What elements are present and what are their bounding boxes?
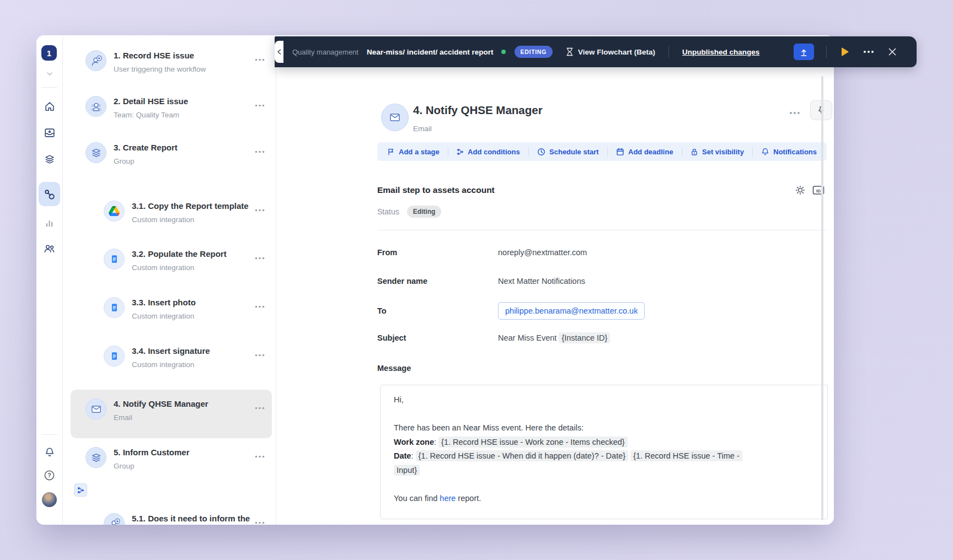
step-kebab-menu[interactable] [255, 450, 265, 460]
here-link[interactable]: here [440, 494, 456, 503]
hourglass-icon [566, 47, 574, 56]
toolbar-add-conditions[interactable]: Add conditions [457, 148, 520, 156]
step-title: 3.2. Populate the Report [132, 249, 227, 259]
chevron-down-icon[interactable] [43, 67, 56, 80]
time-token-part1: {1. Record HSE issue - Time - [630, 450, 742, 461]
toolbar-add-a-stage[interactable]: Add a stage [387, 148, 440, 156]
toolbar-add-deadline[interactable]: Add deadline [616, 148, 673, 156]
help-icon[interactable]: ? [43, 469, 56, 482]
breadcrumb[interactable]: Quality management [292, 48, 358, 56]
publish-button[interactable] [794, 44, 814, 60]
step-item-5[interactable]: 3.2. Populate the ReportCustom integrati… [71, 240, 272, 272]
step-title: 1. Record HSE issue [114, 50, 206, 61]
topbar-kebab[interactable] [863, 50, 874, 53]
status-label: Status [377, 207, 399, 216]
settings-gear-icon[interactable] [795, 185, 806, 198]
step-kebab-menu[interactable] [255, 252, 265, 262]
step-subtitle: Custom integration [132, 360, 210, 369]
step-item-2[interactable]: 2. Detail HSE issueTeam: Quality Team [71, 87, 272, 119]
from-value[interactable]: noreply@nextmatter.com [498, 248, 587, 257]
branch-conditions-badge[interactable] [74, 483, 87, 497]
message-closing-line: You can find here report. [394, 492, 814, 506]
main-scrollbar[interactable] [821, 76, 823, 520]
app-window: 1 [36, 35, 834, 525]
step-item-7[interactable]: 3.4. Insert signatureCustom integration [71, 337, 272, 369]
editor-topbar: Quality management Near-miss/ incident/ … [275, 36, 917, 67]
section-divider [377, 230, 827, 230]
step-subtitle: Email [114, 413, 208, 422]
workzone-token: {1. Record HSE issue - Work zone - Items… [438, 437, 628, 448]
rail-divider-bottom [41, 434, 57, 435]
layers-icon[interactable] [43, 153, 56, 165]
lock-icon [690, 148, 698, 156]
step-item-10[interactable]: 5.1. Does it need to inform the [71, 504, 272, 525]
home-icon[interactable] [43, 100, 56, 112]
step-detail-title: 4. Notify QHSE Manager [413, 104, 543, 117]
user-avatar[interactable] [42, 492, 57, 507]
recipient-chip[interactable]: philippe.benarama@nextmatter.co.uk [498, 302, 645, 320]
step-item-3[interactable]: 3. Create ReportGroup [71, 133, 272, 165]
svg-text:?: ? [47, 472, 51, 478]
workflow-title: Near-miss/ incident/ accident report [367, 48, 494, 56]
collapse-panel-button[interactable] [275, 41, 283, 63]
sender-name-value[interactable]: Next Matter Notifications [498, 277, 585, 286]
workspace-badge[interactable]: 1 [41, 45, 57, 61]
unpublished-changes-link[interactable]: Unpublished changes [682, 48, 759, 56]
step-item-6[interactable]: 3.3. Insert photoCustom integration [71, 288, 272, 320]
step-title: 5. Inform Customer [114, 447, 190, 457]
toolbar-separator [607, 147, 608, 156]
step-detail-type: Email [413, 125, 432, 133]
step-item-4[interactable]: 3.1. Copy the Report templateCustom inte… [71, 192, 272, 224]
editing-badge: EDITING [515, 46, 553, 58]
step-item-9[interactable]: 5. Inform CustomerGroup [71, 438, 272, 470]
toolbar-schedule-start[interactable]: Schedule start [537, 148, 599, 156]
step-title: 5.1. Does it need to inform the [132, 513, 250, 524]
layers-icon [85, 447, 106, 468]
step-subtitle: Group [114, 157, 178, 165]
workflows-icon[interactable] [43, 188, 56, 201]
from-field-row: From noreply@nextmatter.com [377, 248, 587, 257]
inbox-icon[interactable] [43, 126, 56, 139]
subject-field-row: Subject Near Miss Event {Instance ID} [377, 333, 610, 342]
topbar-divider [668, 46, 669, 58]
clock-icon [537, 148, 545, 156]
view-flowchart-button[interactable]: View Flowchart (Beta) [566, 47, 655, 56]
message-intro: There has been an Near Miss event. Here … [394, 421, 814, 435]
message-greeting: Hi, [394, 393, 814, 407]
step-options-kebab[interactable] [789, 107, 800, 117]
analytics-icon[interactable] [43, 217, 56, 229]
step-kebab-menu[interactable] [255, 402, 265, 412]
bell-icon [761, 148, 769, 156]
notifications-bell-icon[interactable] [43, 446, 56, 459]
section-heading: Email step to assets account [377, 185, 495, 195]
step-kebab-menu[interactable] [255, 204, 265, 214]
sender-field-row: Sender name Next Matter Notifications [377, 277, 585, 286]
step-item-1[interactable]: 1. Record HSE issueUser triggering the w… [71, 41, 272, 73]
step-item-8[interactable]: 4. Notify QHSE ManagerEmail [71, 390, 272, 438]
step-kebab-menu[interactable] [255, 300, 265, 310]
step-kebab-menu[interactable] [255, 516, 265, 525]
instance-id-token: {Instance ID} [559, 332, 610, 343]
gdrive-icon [104, 201, 125, 222]
message-editor[interactable]: Hi, There has been an Near Miss event. H… [380, 385, 828, 519]
toolbar-notifications[interactable]: Notifications [761, 148, 817, 156]
step-kebab-menu[interactable] [255, 146, 265, 155]
step-subtitle: Custom integration [132, 216, 249, 224]
subject-label: Subject [377, 333, 498, 342]
step-kebab-menu[interactable] [255, 53, 265, 63]
toolbar-set-visibility[interactable]: Set visibility [690, 148, 744, 156]
subject-value[interactable]: Near Miss Event {Instance ID} [498, 333, 610, 342]
run-workflow-play-button[interactable] [840, 47, 849, 57]
layers-icon [85, 142, 106, 163]
flag-icon [387, 148, 395, 156]
topbar-divider-2 [826, 46, 827, 58]
close-icon[interactable] [888, 47, 897, 56]
toolbar-separator [752, 147, 753, 156]
team-icon[interactable] [43, 242, 56, 255]
desktop-background: 1 [0, 0, 953, 560]
step-kebab-menu[interactable] [255, 99, 265, 109]
step-kebab-menu[interactable] [255, 349, 265, 359]
from-label: From [377, 248, 498, 257]
step-title: 3.4. Insert signature [132, 346, 210, 356]
message-date-line-wrap: Input} [394, 464, 814, 478]
